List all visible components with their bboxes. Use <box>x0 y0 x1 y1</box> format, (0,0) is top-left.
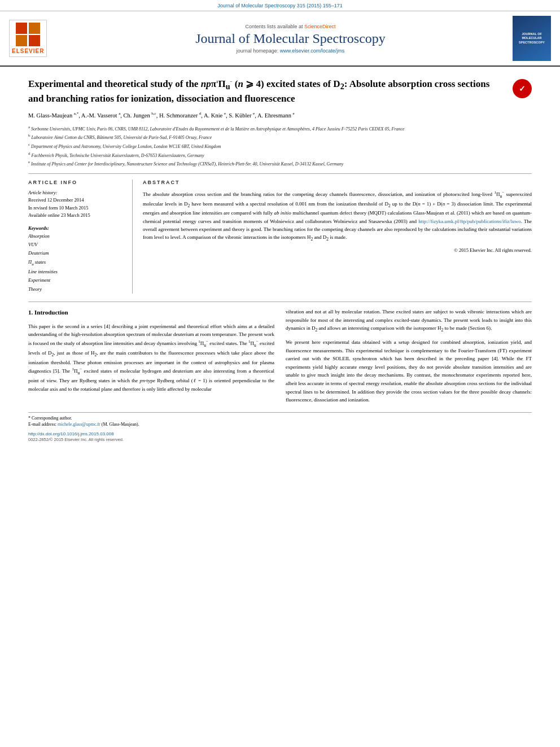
copyright-line: © 2015 Elsevier Inc. All rights reserved… <box>143 247 532 253</box>
article-title-text: Experimental and theoretical study of th… <box>28 78 507 105</box>
footnote-email: E-mail address: michele.glass@upmc.fr (M… <box>28 422 532 427</box>
header-section: ELSEVIER Contents lists available at Sci… <box>0 11 560 67</box>
affiliation-d: d Fachbereich Physik, Technische Univers… <box>28 151 532 159</box>
affiliation-c: c Department of Physics and Astronomy, U… <box>28 142 532 150</box>
journal-cover-title: JOURNAL OF MOLECULAR SPECTROSCOPY <box>515 32 549 44</box>
doi-link[interactable]: http://dx.doi.org/10.1016/j.jms.2015.03.… <box>28 431 114 436</box>
body-col-left: 1. Introduction This paper is the second… <box>28 308 274 404</box>
two-column-section: ARTICLE INFO Article history: Received 1… <box>28 173 532 294</box>
doi-footer: http://dx.doi.org/10.1016/j.jms.2015.03.… <box>28 431 532 442</box>
affiliation-b: b Laboratoire Aimé Cotton du CNRS, Bâtim… <box>28 133 532 141</box>
keyword-5: Line intensities <box>28 268 124 276</box>
abstract-col: ABSTRACT The absolute absorption cross s… <box>143 180 532 294</box>
header-center: Contents lists available at ScienceDirec… <box>68 24 513 54</box>
history-item-2: In revised form 10 March 2015 <box>28 204 124 212</box>
two-col-body: 1. Introduction This paper is the second… <box>28 308 532 404</box>
keyword-7: Theory <box>28 285 124 294</box>
top-bar: Journal of Molecular Spectroscopy 315 (2… <box>0 0 560 11</box>
journal-cover: JOURNAL OF MOLECULAR SPECTROSCOPY <box>513 16 551 61</box>
history-item-1: Received 12 December 2014 <box>28 196 124 204</box>
article-info-col: ARTICLE INFO Article history: Received 1… <box>28 180 133 294</box>
homepage-url[interactable]: www.elsevier.com/locate/jms <box>280 48 345 54</box>
article-history: Article history: Received 12 December 20… <box>28 190 124 220</box>
abstract-heading: ABSTRACT <box>143 180 532 185</box>
crossmark-badge: ✓ <box>513 79 532 98</box>
intro-para-2: vibration and not at all by molecular ro… <box>286 308 532 334</box>
intro-para-3: We present here experimental data obtain… <box>286 338 532 404</box>
keyword-2: VUV <box>28 241 124 249</box>
elsevier-wordmark: ELSEVIER <box>12 48 44 54</box>
footnote-section: * Corresponding author. E-mail address: … <box>28 412 532 427</box>
keywords-label: Keywords: <box>28 225 124 231</box>
abstract-text: The absolute absorption cross section an… <box>143 190 532 243</box>
history-label: Article history: <box>28 190 124 195</box>
email-label: E-mail address: <box>28 422 56 427</box>
article-info-heading: ARTICLE INFO <box>28 180 124 185</box>
affiliation-a: a Sorbonne Universités, UPMC Univ, Paris… <box>28 124 532 133</box>
intro-para-1: This paper is the second in a series [4]… <box>28 322 274 394</box>
keywords-section: Keywords: Absorption VUV Deuterium Πu st… <box>28 225 124 294</box>
keyword-list: Absorption VUV Deuterium Πu states Line … <box>28 232 124 294</box>
main-content: Experimental and theoretical study of th… <box>0 67 560 449</box>
authors: M. Glass-Maujean a,*, A.-M. Vasserot a, … <box>28 111 532 120</box>
affiliation-e: e Institute of Physics and Center for In… <box>28 159 532 168</box>
intro-title: 1. Introduction <box>28 308 274 318</box>
article-title: Experimental and theoretical study of th… <box>28 78 532 105</box>
homepage-label: journal homepage: <box>237 48 279 54</box>
science-direct-label: Contents lists available at <box>245 24 303 29</box>
affiliations: a Sorbonne Universités, UPMC Univ, Paris… <box>28 124 532 168</box>
footnote-star: * Corresponding author. <box>28 416 532 421</box>
elsevier-logo: ELSEVIER <box>9 20 68 57</box>
history-item-3: Available online 23 March 2015 <box>28 212 124 220</box>
journal-title: Journal of Molecular Spectroscopy <box>74 31 507 46</box>
email-suffix: (M. Glass-Maujean). <box>102 422 139 427</box>
journal-citation: Journal of Molecular Spectroscopy 315 (2… <box>217 3 343 8</box>
body-col-right: vibration and not at all by molecular ro… <box>286 308 532 404</box>
abstract-link[interactable]: http://fizyka.umk.pl/ftp/pub/publication… <box>418 219 520 224</box>
body-section: 1. Introduction This paper is the second… <box>28 302 532 404</box>
keyword-1: Absorption <box>28 232 124 241</box>
keyword-4: Πu states <box>28 258 124 268</box>
email-link[interactable]: michele.glass@upmc.fr <box>58 422 100 427</box>
keyword-6: Experiment <box>28 276 124 285</box>
keyword-3: Deuterium <box>28 249 124 257</box>
science-direct-link[interactable]: ScienceDirect <box>304 24 336 29</box>
issn-line: 0022-2852/© 2015 Elsevier Inc. All right… <box>28 437 532 442</box>
